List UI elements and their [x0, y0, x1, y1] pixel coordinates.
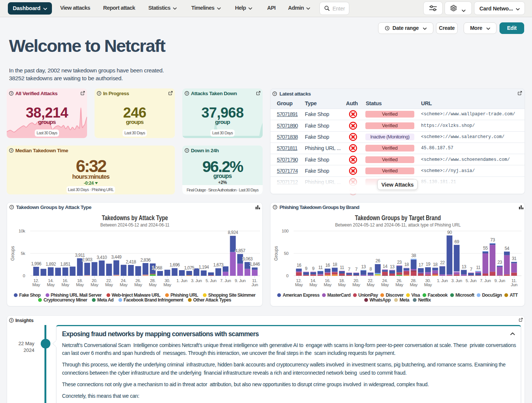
- svg-text:8: 8: [369, 266, 372, 272]
- svg-text:16.: 16.: [325, 278, 330, 283]
- svg-text:?: ?: [11, 206, 13, 209]
- svg-text:11: 11: [340, 265, 344, 270]
- svg-text:26.: 26.: [396, 278, 402, 283]
- svg-text:20.: 20.: [353, 278, 359, 283]
- svg-text:9. Jun: 9. Jun: [494, 278, 505, 283]
- svg-text:69: 69: [454, 239, 459, 244]
- svg-text:5. Jun: 5. Jun: [466, 278, 476, 283]
- svg-text:7. Jun: 7. Jun: [480, 278, 491, 283]
- svg-text:May: May: [410, 282, 418, 287]
- svg-text:May: May: [367, 282, 375, 287]
- svg-text:90: 90: [447, 230, 452, 235]
- svg-text:Jun: Jun: [251, 282, 258, 287]
- svg-text:Between 2024-05-12 and 2024-06: Between 2024-05-12 and 2024-06-11, attac…: [335, 222, 461, 228]
- svg-text:May: May: [134, 282, 142, 287]
- svg-text:18.: 18.: [77, 278, 83, 283]
- svg-text:1,673: 1,673: [213, 262, 224, 268]
- svg-text:18: 18: [433, 262, 438, 267]
- svg-text:9: 9: [305, 266, 307, 271]
- svg-text:30.: 30.: [164, 278, 170, 283]
- svg-text:May: May: [295, 282, 303, 287]
- svg-text:1,996: 1,996: [31, 261, 41, 266]
- svg-text:1,068: 1,068: [152, 265, 163, 271]
- svg-text:12.: 12.: [33, 278, 39, 283]
- svg-text:May: May: [338, 282, 346, 287]
- svg-text:14.: 14.: [48, 278, 53, 283]
- svg-text:31: 31: [512, 256, 517, 261]
- svg-text:28.: 28.: [411, 278, 417, 283]
- svg-text:100: 100: [282, 229, 288, 233]
- svg-text:?: ?: [274, 206, 276, 209]
- svg-text:3,410: 3,410: [97, 255, 107, 260]
- svg-text:7. Jun: 7. Jun: [220, 278, 231, 283]
- svg-text:2,836: 2,836: [140, 257, 151, 263]
- svg-text:23: 23: [397, 260, 402, 265]
- svg-text:10k: 10k: [19, 229, 25, 233]
- svg-text:2,418: 2,418: [126, 259, 136, 265]
- svg-text:26: 26: [375, 258, 380, 263]
- svg-text:May: May: [91, 282, 99, 287]
- svg-text:7: 7: [470, 267, 473, 272]
- svg-text:18: 18: [332, 262, 337, 267]
- svg-text:8,924: 8,924: [228, 230, 238, 235]
- svg-text:May: May: [149, 282, 157, 287]
- svg-text:May: May: [105, 282, 113, 287]
- svg-text:May: May: [120, 282, 128, 287]
- svg-text:May: May: [33, 282, 40, 287]
- svg-text:1,892: 1,892: [46, 262, 56, 267]
- svg-text:4,857: 4,857: [235, 248, 245, 253]
- svg-text:26.: 26.: [135, 278, 141, 283]
- svg-text:16: 16: [297, 263, 301, 268]
- svg-text:14.: 14.: [310, 278, 316, 283]
- svg-text:May: May: [424, 282, 432, 287]
- svg-text:16.: 16.: [62, 278, 68, 283]
- svg-text:30.: 30.: [425, 278, 431, 283]
- svg-text:22: 22: [440, 260, 445, 265]
- svg-text:22.: 22.: [368, 278, 374, 283]
- svg-text:50: 50: [284, 251, 288, 256]
- svg-text:1. Jun: 1. Jun: [437, 278, 448, 283]
- svg-text:38: 38: [411, 253, 416, 258]
- svg-text:12.: 12.: [296, 278, 302, 283]
- svg-text:May: May: [76, 282, 84, 287]
- svg-text:14: 14: [383, 264, 387, 269]
- svg-text:73: 73: [490, 237, 495, 243]
- svg-text:0: 0: [23, 274, 25, 278]
- svg-text:Groups: Groups: [273, 246, 279, 260]
- svg-text:2,903: 2,903: [82, 257, 93, 262]
- svg-text:1,851: 1,851: [60, 262, 71, 267]
- svg-text:3. Jun: 3. Jun: [191, 278, 202, 283]
- svg-text:?: ?: [10, 318, 12, 322]
- svg-text:11: 11: [318, 265, 323, 270]
- svg-text:1,696: 1,696: [170, 262, 180, 268]
- svg-text:18: 18: [404, 262, 409, 267]
- svg-text:5k: 5k: [21, 251, 25, 256]
- svg-text:May: May: [381, 282, 389, 287]
- svg-text:23: 23: [498, 260, 502, 265]
- svg-text:May: May: [62, 282, 69, 287]
- svg-text:54: 54: [505, 246, 510, 251]
- svg-text:11.: 11.: [511, 278, 517, 283]
- svg-text:Jun: Jun: [511, 282, 517, 287]
- svg-text:24.: 24.: [121, 278, 126, 283]
- svg-text:May: May: [352, 282, 360, 287]
- svg-text:3,449: 3,449: [111, 254, 122, 260]
- svg-text:1,194: 1,194: [199, 265, 209, 270]
- svg-text:1. Jun: 1. Jun: [176, 278, 187, 283]
- svg-text:7: 7: [355, 267, 358, 272]
- svg-text:1,075: 1,075: [184, 265, 195, 271]
- svg-text:3,063: 3,063: [242, 256, 253, 262]
- svg-text:13: 13: [390, 264, 395, 269]
- svg-text:13: 13: [361, 264, 366, 269]
- svg-text:28.: 28.: [150, 278, 155, 283]
- svg-text:7: 7: [348, 267, 350, 272]
- svg-text:May: May: [164, 282, 171, 287]
- svg-text:5. Jun: 5. Jun: [205, 278, 216, 283]
- svg-text:16: 16: [325, 263, 330, 268]
- svg-text:9: 9: [312, 266, 315, 271]
- svg-text:Takedown Groups by Target Bran: Takedown Groups by Target Brand: [355, 214, 441, 222]
- svg-text:May: May: [324, 282, 332, 287]
- svg-text:Groups: Groups: [10, 246, 15, 260]
- svg-text:May: May: [47, 282, 55, 287]
- svg-text:Between 2024-05-12 and 2024-06: Between 2024-05-12 and 2024-06-11: [100, 222, 170, 228]
